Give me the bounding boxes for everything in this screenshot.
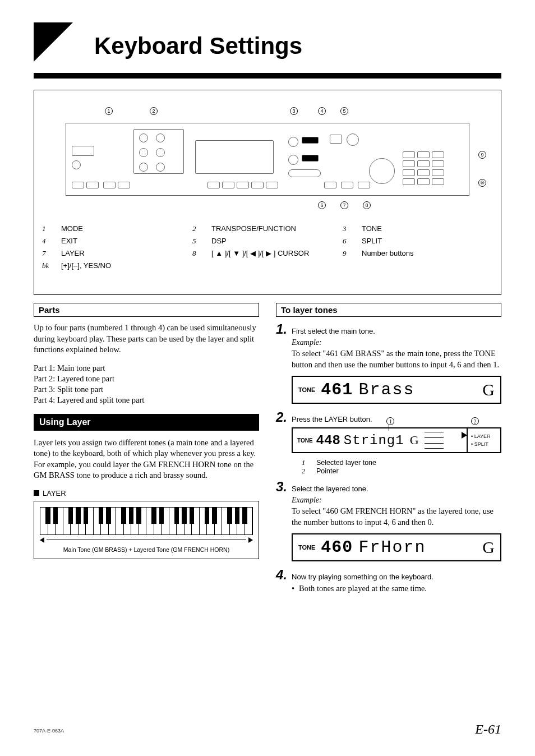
keyboard-figure-caption: Main Tone (GM BRASS) + Layered Tone (GM … (40, 546, 253, 553)
display-number: 461 (321, 380, 353, 399)
range-line (47, 540, 246, 540)
legend-num: 5 (192, 235, 204, 247)
step-4: 4. Now try playing something on the keyb… (276, 568, 501, 582)
legend-num: 9 (343, 247, 354, 260)
layer-figure-label: LAYER (34, 489, 259, 497)
parts-list: Part 1: Main tone part Part 2: Layered t… (34, 363, 259, 405)
step-number: 3. (276, 480, 287, 494)
legend-label: TRANSPOSE/FUNCTION (211, 223, 296, 235)
display-label: TONE (298, 386, 315, 393)
display-g: G (482, 538, 495, 557)
display-2: 1 2 TONE 448 String1 G • LAYER • SPLIT (292, 427, 501, 453)
panel-diagram: 1 2 3 4 5 (66, 100, 469, 213)
legend-label: Number buttons (362, 247, 414, 260)
using-layer-para: Layer lets you assign two different tone… (34, 437, 259, 481)
step-1: 1. First select the main tone. (276, 322, 501, 336)
arrow-left-icon (40, 537, 44, 543)
parts-list-item: Part 2: Layered tone part (34, 374, 259, 384)
legend-num: bk (42, 260, 53, 272)
left-column: Parts Up to four parts (numbered 1 throu… (34, 303, 259, 711)
step-number: 1. (276, 322, 287, 336)
display-g: G (410, 433, 419, 448)
display-1: TONE 461 Brass G (292, 376, 501, 404)
display-2-side: • LAYER • SPLIT (467, 428, 500, 452)
display-2-legend: 1Selected layer tone 2Pointer (302, 459, 501, 476)
callout-line (389, 425, 389, 431)
diagram-callout: 5 (340, 107, 348, 115)
display-text: FrHorn (358, 538, 426, 557)
legend-num: 6 (343, 235, 354, 247)
legend-num: 3 (343, 223, 354, 235)
keyboard-figure: Main Tone (GM BRASS) + Layered Tone (GM … (34, 501, 259, 559)
legend-num: 1 (42, 223, 53, 235)
legend-label: [+]/[–], YES/NO (61, 260, 111, 272)
parts-heading: Parts (34, 303, 259, 317)
display-label: TONE (298, 544, 315, 551)
panel-diagram-box: 1 2 3 4 5 (34, 90, 501, 295)
diagram-callout: 8 (363, 201, 371, 209)
parts-list-item: Part 1: Main tone part (34, 363, 259, 373)
diagram-callout: 4 (318, 107, 326, 115)
display-number: 448 (316, 433, 340, 448)
legend-label: MODE (61, 223, 83, 235)
example-label: Example: (292, 496, 501, 505)
parts-intro: Up to four parts (numbered 1 through 4) … (34, 322, 259, 356)
display-3: TONE 460 FrHorn G (292, 533, 501, 561)
legend-label: SPLIT (362, 235, 382, 247)
body-columns: Parts Up to four parts (numbered 1 throu… (34, 303, 501, 711)
diagram-callout: 1 (105, 107, 113, 115)
display-text: String1 (344, 433, 404, 448)
legend-num: 4 (42, 235, 53, 247)
side-label: • LAYER (471, 434, 500, 439)
example-label: Example: (292, 338, 501, 347)
display-number: 460 (321, 538, 353, 557)
bullet-text: Both tones are played at the same time. (299, 584, 427, 593)
mini-legend-num: 1 (302, 459, 310, 467)
legend-label: TONE (362, 223, 382, 235)
keyboard-range-bar (40, 537, 253, 543)
mini-legend-text: Selected layer tone (316, 459, 376, 467)
keyboard-keys (40, 507, 253, 535)
footer-right: E-61 (475, 722, 501, 737)
diagram-callout: 9 (478, 151, 486, 159)
step-4-bullet: •Both tones are played at the same time. (292, 584, 501, 593)
footer-left: 707A-E-063A (34, 728, 64, 734)
panel-legend: 1MODE 2TRANSPOSE/FUNCTION 3TONE 4EXIT 5D… (42, 223, 493, 272)
mini-legend-num: 2 (302, 467, 310, 476)
arrow-right-icon (248, 537, 253, 543)
step-number: 4. (276, 568, 287, 582)
legend-label: [ ▲ ]/[ ▼ ]/[ ◀ ]/[ ▶ ] CURSOR (211, 247, 309, 260)
diagram-callout: 7 (340, 201, 348, 209)
step-text: Press the LAYER button. (292, 415, 372, 423)
diagram-panel-strip (66, 123, 469, 196)
display-text: Brass (358, 380, 414, 399)
step-text: First select the main tone. (292, 327, 375, 335)
page-title: Keyboard Settings (94, 33, 302, 59)
step-number: 2. (276, 411, 287, 424)
parts-list-item: Part 4: Layered and split tone part (34, 395, 259, 405)
square-bullet-icon (34, 490, 39, 496)
example-body: To select "460 GM FRENCH HORN" as the la… (292, 506, 501, 528)
pointer-icon (462, 432, 467, 439)
mini-legend-text: Pointer (316, 467, 339, 476)
legend-label: EXIT (61, 235, 77, 247)
page: Keyboard Settings 1 2 3 4 5 (34, 22, 501, 734)
bullet-icon: • (292, 584, 294, 593)
legend-label: LAYER (61, 247, 85, 260)
step-text: Now try playing something on the keyboar… (292, 573, 433, 581)
layer-figure-label-text: LAYER (43, 489, 66, 497)
legend-num: 8 (192, 247, 204, 260)
parts-list-item: Part 3: Split tone part (34, 385, 259, 394)
legend-num: 2 (192, 223, 204, 235)
step-text: Select the layered tone. (292, 485, 368, 493)
diagram-callout: 6 (318, 201, 326, 209)
example-body: To select "461 GM BRASS" as the main ton… (292, 348, 501, 370)
legend-label: DSP (211, 235, 227, 247)
diagram-callout: 2 (150, 107, 158, 115)
display-2-main: 1 2 TONE 448 String1 G (293, 428, 467, 452)
staff-icon (425, 432, 444, 449)
diagram-callout: 3 (290, 107, 298, 115)
corner-triangle (34, 22, 73, 62)
side-label: • SPLIT (471, 441, 500, 447)
to-layer-heading: To layer tones (276, 303, 501, 317)
